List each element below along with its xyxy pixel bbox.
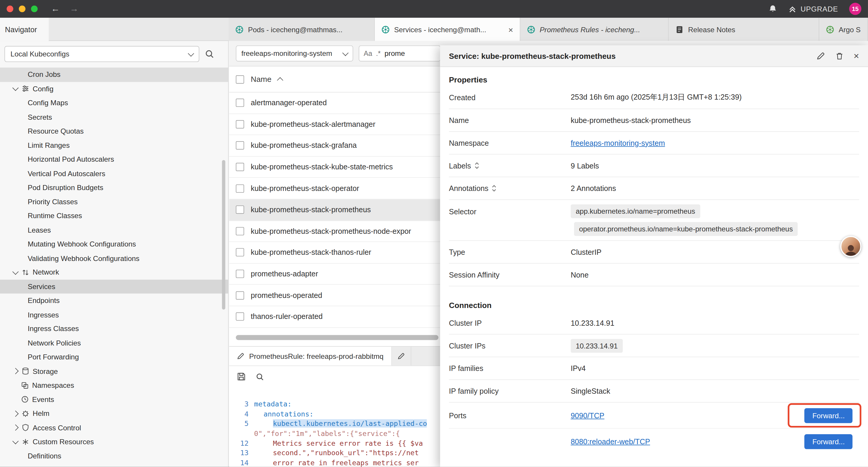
property-row-selector: Selector app.kubernetes.io/name=promethe… xyxy=(449,200,859,241)
row-checkbox[interactable] xyxy=(236,142,244,150)
sidebar-item-mutating-webhook-configurations[interactable]: Mutating Webhook Configurations xyxy=(0,237,228,251)
forward-icon[interactable]: → xyxy=(70,4,79,14)
sidebar-group-config[interactable]: Config xyxy=(0,82,228,96)
search-icon[interactable] xyxy=(205,49,214,59)
connection-row-cluster-ips: Cluster IPs 10.233.14.91 xyxy=(449,334,859,357)
port-link[interactable]: 9090/TCP xyxy=(571,411,604,419)
custom-resources-icon xyxy=(21,438,29,446)
close-icon[interactable]: × xyxy=(854,51,859,61)
helm-icon xyxy=(21,409,29,418)
sidebar-item-leases[interactable]: Leases xyxy=(0,223,228,237)
save-icon[interactable] xyxy=(237,372,246,381)
forward-button[interactable]: Forward... xyxy=(804,434,852,449)
dock-tab-prometheusrule[interactable]: PrometheusRule: freeleaps-prod-rabbitmq xyxy=(229,347,392,366)
row-checkbox[interactable] xyxy=(236,291,244,299)
row-checkbox[interactable] xyxy=(236,99,244,107)
sidebar-scrollbar[interactable] xyxy=(222,160,225,310)
maximize-window-button[interactable] xyxy=(31,6,37,12)
row-checkbox[interactable] xyxy=(236,120,244,128)
row-checkbox[interactable] xyxy=(236,270,244,278)
tab-strip: Navigator Pods - icecheng@mathmas... Ser… xyxy=(0,18,868,41)
expand-collapse-icon[interactable] xyxy=(474,162,479,169)
sidebar-group-storage[interactable]: Storage xyxy=(0,364,228,378)
regex-toggle[interactable]: .* xyxy=(376,50,381,57)
namespaces-icon xyxy=(20,381,29,389)
sidebar-group-events[interactable]: Events xyxy=(0,392,228,407)
kubernetes-icon xyxy=(826,25,834,33)
namespace-filter-dropdown[interactable]: freeleaps-monitoring-system xyxy=(236,46,353,61)
bell-icon[interactable] xyxy=(769,4,777,13)
select-all-checkbox[interactable] xyxy=(236,75,244,83)
sidebar-item-runtime-classes[interactable]: Runtime Classes xyxy=(0,209,228,223)
close-tab-icon[interactable]: × xyxy=(505,25,513,34)
sidebar-group-namespaces[interactable]: Namespaces xyxy=(0,378,228,392)
upgrade-button[interactable]: UPGRADE xyxy=(788,5,838,13)
sidebar-item-validating-webhook-configurations[interactable]: Validating Webhook Configurations xyxy=(0,251,228,265)
sidebar-item-endpoints[interactable]: Endpoints xyxy=(0,293,228,308)
horizontal-scrollbar[interactable] xyxy=(236,335,438,340)
namespace-link[interactable]: freeleaps-monitoring-system xyxy=(571,139,665,147)
chevron-down-icon xyxy=(12,85,19,91)
sidebar-item-pod-disruption-budgets[interactable]: Pod Disruption Budgets xyxy=(0,181,228,195)
window-titlebar: ← → UPGRADE 15 xyxy=(0,0,868,18)
connection-row-cluster-ip: Cluster IP 10.233.14.91 xyxy=(449,312,859,334)
sidebar-item-port-forwarding[interactable]: Port Forwarding xyxy=(0,350,228,364)
sidebar-item-secrets[interactable]: Secrets xyxy=(0,110,228,124)
chevron-right-icon xyxy=(12,411,19,417)
tab-release-notes[interactable]: Release Notes xyxy=(669,18,819,41)
match-case-toggle[interactable]: Aa xyxy=(364,50,372,57)
sidebar-item-ingresses[interactable]: Ingresses xyxy=(0,308,228,322)
sidebar-item-ingress-classes[interactable]: Ingress Classes xyxy=(0,322,228,336)
notification-count-badge[interactable]: 15 xyxy=(849,3,861,15)
sidebar-item-priority-classes[interactable]: Priority Classes xyxy=(0,195,228,209)
section-heading-properties: Properties xyxy=(449,76,859,84)
search-icon[interactable] xyxy=(256,372,264,381)
sidebar-item-limit-ranges[interactable]: Limit Ranges xyxy=(0,138,228,152)
dock-tab-partial[interactable] xyxy=(392,347,411,366)
pencil-icon xyxy=(397,352,405,360)
sidebar-group-helm[interactable]: Helm xyxy=(0,406,228,420)
row-checkbox[interactable] xyxy=(236,206,244,214)
cluster-ip-chip[interactable]: 10.233.14.91 xyxy=(571,339,623,353)
sidebar-item-config-maps[interactable]: Config Maps xyxy=(0,96,228,110)
tab-services[interactable]: Services - icecheng@math... × xyxy=(375,18,520,41)
row-checkbox[interactable] xyxy=(236,163,244,171)
tab-argo[interactable]: Argo S xyxy=(819,18,868,41)
trash-icon[interactable] xyxy=(836,52,844,60)
minimize-window-button[interactable] xyxy=(19,6,25,12)
row-checkbox[interactable] xyxy=(236,184,244,193)
kubeconfig-selector[interactable]: Local Kubeconfigs xyxy=(4,46,199,62)
kubernetes-icon xyxy=(527,25,535,33)
sidebar-item-definitions[interactable]: Definitions xyxy=(0,449,228,463)
sidebar-item-network-policies[interactable]: Network Policies xyxy=(0,336,228,350)
expand-collapse-icon[interactable] xyxy=(492,184,497,192)
sidebar-group-custom-resources[interactable]: Custom Resources xyxy=(0,435,228,449)
property-row-labels: Labels 9 Labels xyxy=(449,154,859,177)
tab-pods[interactable]: Pods - icecheng@mathmas... xyxy=(229,18,375,41)
sidebar-group-access-control[interactable]: Access Control xyxy=(0,420,228,435)
selector-chip[interactable]: app.kubernetes.io/name=prometheus xyxy=(571,204,700,218)
section-heading-connection: Connection xyxy=(449,300,859,310)
chevron-down-icon xyxy=(188,50,194,56)
close-window-button[interactable] xyxy=(6,6,13,12)
sidebar-item-horizontal-pod-autoscalers[interactable]: Horizontal Pod Autoscalers xyxy=(0,152,228,167)
edit-icon[interactable] xyxy=(816,52,826,60)
avatar[interactable] xyxy=(840,236,861,257)
tab-prometheus-rules[interactable]: Prometheus Rules - icecheng... xyxy=(520,18,669,41)
sort-ascending-icon[interactable] xyxy=(277,77,283,83)
sidebar-group-network[interactable]: Network xyxy=(0,265,228,280)
property-row-name: Name kube-prometheus-stack-prometheus xyxy=(449,109,859,132)
connection-row-ip-family-policy: IP family policy SingleStack xyxy=(449,380,859,403)
sidebar-item-vertical-pod-autoscalers[interactable]: Vertical Pod Autoscalers xyxy=(0,167,228,181)
row-checkbox[interactable] xyxy=(236,248,244,257)
port-link[interactable]: 8080:reloader-web/TCP xyxy=(571,437,650,445)
sidebar-item-services[interactable]: Services xyxy=(0,279,228,293)
search-input[interactable]: Aa .* prome xyxy=(359,46,440,61)
row-checkbox[interactable] xyxy=(236,313,244,321)
sidebar-item-cron-jobs[interactable]: Cron Jobs xyxy=(0,68,228,82)
selector-chip[interactable]: operator.prometheus.io/name=kube-prometh… xyxy=(574,222,798,236)
row-checkbox[interactable] xyxy=(236,227,244,235)
sidebar-item-resource-quotas[interactable]: Resource Quotas xyxy=(0,124,228,138)
back-icon[interactable]: ← xyxy=(51,4,60,14)
forward-button[interactable]: Forward... xyxy=(804,408,852,423)
